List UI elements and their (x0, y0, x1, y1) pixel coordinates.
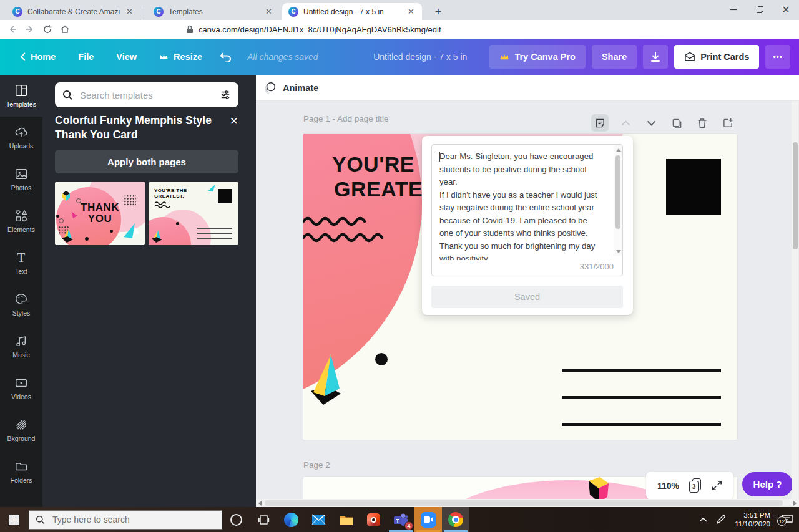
tab-close-icon[interactable]: ✕ (406, 6, 416, 17)
move-page-up-button[interactable] (617, 114, 634, 132)
close-icon[interactable]: ✕ (230, 115, 238, 128)
home-icon[interactable] (56, 21, 74, 38)
scroll-thumb[interactable] (615, 155, 620, 229)
download-button[interactable] (643, 45, 668, 69)
forward-icon[interactable] (21, 21, 39, 38)
try-canva-pro-button[interactable]: Try Canva Pro (489, 45, 586, 69)
canvas-horizontal-scrollbar[interactable] (256, 499, 799, 507)
scroll-down-icon[interactable] (616, 250, 621, 253)
zoom-icon (421, 512, 436, 528)
taskbar-search-input[interactable] (51, 514, 195, 525)
new-tab-button[interactable]: + (431, 4, 446, 19)
cortana-button[interactable] (222, 507, 250, 532)
window-minimize-button[interactable] (720, 0, 747, 19)
windows-logo-icon (9, 515, 19, 525)
tray-expand-icon[interactable] (699, 517, 707, 522)
taskbar-teams[interactable]: T 4 (387, 507, 414, 532)
reload-icon[interactable] (39, 21, 56, 38)
taskbar-clock[interactable]: 3:51 PM 11/10/2020 (735, 511, 770, 528)
text-icon: T (17, 251, 26, 264)
scroll-thumb[interactable] (793, 142, 798, 249)
chevron-up-icon (621, 120, 630, 126)
crown-icon (159, 53, 169, 60)
videos-icon (14, 376, 28, 390)
file-menu[interactable]: File (67, 52, 105, 62)
taskbar-explorer[interactable] (332, 507, 360, 532)
home-button[interactable]: Home (9, 52, 67, 62)
browser-tab-active[interactable]: C Untitled design - 7 x 5 in ✕ (282, 3, 422, 20)
sidebar-item-background[interactable]: Bkground (0, 409, 42, 451)
delete-page-button[interactable] (694, 114, 711, 132)
canvas-vertical-scrollbar[interactable] (792, 101, 798, 499)
omnibox[interactable]: canva.com/design/DAENJI1x_8c/UT0jNgAqAFg… (186, 25, 441, 34)
apply-both-pages-button[interactable]: Apply both pages (55, 150, 238, 173)
taskbar-edge[interactable] (277, 507, 305, 532)
header-more-button[interactable]: ••• (765, 45, 790, 69)
filter-sliders-icon[interactable] (220, 90, 231, 100)
scroll-thumb[interactable] (265, 500, 783, 506)
page-notes-button[interactable] (591, 114, 609, 132)
add-page-button[interactable] (719, 114, 737, 132)
page1-title[interactable]: Page 1 - Add page title (303, 114, 389, 123)
window-close-button[interactable]: ✕ (773, 0, 799, 19)
action-center-button[interactable]: 12 (782, 515, 793, 525)
duplicate-page-button[interactable] (668, 114, 685, 132)
template-search[interactable] (55, 82, 238, 107)
animate-button[interactable]: Animate (283, 83, 318, 93)
sidebar-item-photos[interactable]: Photos (0, 158, 42, 200)
scroll-left-icon[interactable] (258, 501, 262, 506)
undo-button[interactable] (213, 51, 238, 62)
sidebar-item-videos[interactable]: Videos (0, 367, 42, 409)
browser-tab-1[interactable]: C Collaborate & Create Amazing G ✕ (6, 3, 140, 20)
start-button[interactable] (0, 507, 27, 532)
taskbar-office[interactable] (360, 507, 387, 532)
taskbar-zoom[interactable] (414, 507, 442, 532)
sidebar-item-music[interactable]: Music (0, 326, 42, 367)
taskbar-search[interactable] (29, 510, 222, 530)
back-icon[interactable] (4, 21, 21, 38)
sidebar-item-text[interactable]: T Text (0, 242, 42, 284)
saved-button[interactable]: Saved (431, 286, 623, 308)
canva-header: Home File View Resize All changes saved … (0, 39, 799, 75)
notes-textarea[interactable]: Dear Ms. Singleton, you have encouraged … (431, 144, 623, 276)
task-view-button[interactable] (250, 507, 277, 532)
template-thumb-thank-you[interactable]: THANKYOU (55, 182, 145, 245)
notes-scrollbar[interactable] (614, 145, 622, 256)
scroll-up-icon[interactable] (616, 148, 621, 152)
print-cards-button[interactable]: Print Cards (674, 45, 759, 69)
sidebar-item-elements[interactable]: Elements (0, 200, 42, 242)
sidebar-item-uploads[interactable]: Uploads (0, 117, 42, 158)
zoom-level[interactable]: 110% (657, 481, 679, 491)
search-input[interactable] (79, 89, 214, 101)
tab-close-icon[interactable]: ✕ (264, 6, 273, 17)
screen: C Collaborate & Create Amazing G ✕ C Tem… (0, 0, 799, 532)
resize-button[interactable]: Resize (148, 52, 213, 62)
scroll-right-icon[interactable] (793, 501, 797, 506)
help-button[interactable]: Help ? (742, 472, 793, 496)
page-actions (591, 114, 737, 132)
pen-icon[interactable] (716, 515, 726, 525)
char-counter: 331/2000 (580, 262, 614, 271)
sidebar-item-templates[interactable]: Templates (0, 75, 42, 117)
share-button[interactable]: Share (592, 45, 637, 69)
edge-icon (284, 513, 298, 527)
page-count-button[interactable]: 3 (689, 478, 702, 493)
add-page-icon (723, 118, 733, 128)
page2-title[interactable]: Page 2 (303, 460, 330, 470)
template-thumb-greatest[interactable]: YOU'RE THEGREATEST. (149, 182, 238, 245)
teams-notification-badge: 4 (404, 521, 413, 530)
fullscreen-icon[interactable] (712, 480, 722, 491)
taskbar-mail[interactable] (305, 507, 332, 532)
view-menu[interactable]: View (105, 52, 148, 62)
move-page-down-button[interactable] (642, 114, 660, 132)
tab-close-icon[interactable]: ✕ (125, 6, 134, 17)
sidebar-item-styles[interactable]: Styles (0, 284, 42, 326)
sidebar-item-folders[interactable]: Folders (0, 451, 42, 493)
stamp-square[interactable] (666, 159, 721, 215)
animate-icon (263, 81, 277, 95)
window-maximize-button[interactable] (747, 0, 773, 19)
taskbar-chrome[interactable] (442, 507, 469, 532)
browser-tabstrip: C Collaborate & Create Amazing G ✕ C Tem… (0, 0, 799, 20)
browser-tab-2[interactable]: C Templates ✕ (147, 3, 280, 20)
doc-title[interactable]: Untitled design - 7 x 5 in (373, 52, 467, 62)
